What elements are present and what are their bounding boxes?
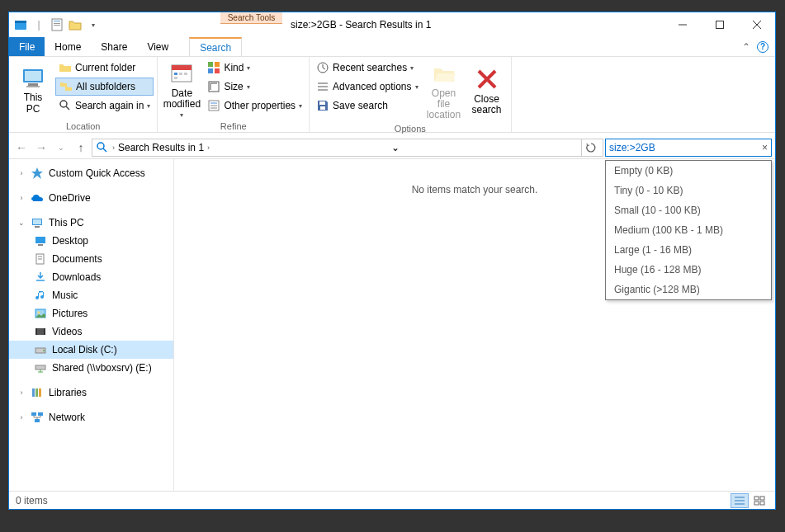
current-folder-button[interactable]: Current folder [55,59,154,77]
tab-share[interactable]: Share [91,37,137,56]
address-dropdown[interactable]: ⌄ [386,139,404,156]
kind-button[interactable]: Kind▾ [204,59,305,77]
maximize-button[interactable] [701,12,738,37]
advanced-options-button[interactable]: Advanced options▾ [313,78,421,96]
recent-locations-button[interactable]: ⌄ [52,139,70,157]
minimize-button[interactable] [664,12,701,37]
search-again-in-button[interactable]: Search again in ▾ [55,97,154,115]
svg-rect-5 [54,25,60,26]
size-option-gigantic[interactable]: Gigantic (>128 MB) [606,280,771,299]
tree-local-disk-c[interactable]: Local Disk (C:) [9,341,173,359]
svg-point-14 [60,101,67,107]
tab-view[interactable]: View [137,37,178,56]
this-pc-button[interactable]: This PC [12,59,54,120]
breadcrumb-segment[interactable]: Search Results in 1 [118,142,204,153]
svg-rect-21 [174,77,177,79]
navigation-pane[interactable]: › Custom Quick Access › OneDrive ⌄ This … [9,159,174,491]
chevron-icon[interactable]: › [112,144,115,152]
music-icon [34,289,47,302]
tree-desktop[interactable]: Desktop [9,232,173,250]
tree-music[interactable]: Music [9,286,173,304]
search-again-icon [59,99,72,112]
size-option-tiny[interactable]: Tiny (0 - 10 KB) [606,181,771,200]
downloads-icon [34,271,47,284]
tree-videos[interactable]: Videos [9,322,173,341]
tree-network[interactable]: › Network [9,408,173,426]
drive-icon [34,343,47,356]
svg-line-15 [66,106,69,110]
search-box[interactable]: × [605,139,772,157]
ribbon-group-location: This PC Current folder All subfolders Se… [9,57,158,132]
expand-icon[interactable]: › [17,169,26,177]
tab-search[interactable]: Search [189,37,242,56]
size-option-empty[interactable]: Empty (0 KB) [606,161,771,181]
folder-icon [59,61,72,74]
size-option-huge[interactable]: Huge (16 - 128 MB) [606,260,771,280]
svg-point-56 [43,350,45,351]
tree-this-pc[interactable]: ⌄ This PC [9,214,173,232]
collapse-icon[interactable]: ⌄ [17,219,26,227]
ribbon-group-options: Recent searches▾ Advanced options▾ Save … [310,57,511,132]
tree-libraries[interactable]: › Libraries [9,384,173,402]
contextual-tab-header: Search Tools [220,12,282,37]
collapse-ribbon-icon[interactable]: ⌃ [742,41,750,53]
forward-button[interactable]: → [32,139,50,157]
tab-home[interactable]: Home [45,37,91,56]
svg-rect-44 [35,237,45,243]
item-count: 0 items [16,495,48,506]
recent-searches-button[interactable]: Recent searches▾ [313,59,421,77]
save-icon [316,99,329,112]
chevron-icon[interactable]: › [207,144,210,152]
details-view-button[interactable] [731,493,749,508]
tab-file[interactable]: File [9,37,45,56]
calendar-icon [168,60,195,87]
size-option-medium[interactable]: Medium (100 KB - 1 MB) [606,220,771,240]
other-properties-button[interactable]: Other properties▾ [204,97,305,115]
svg-rect-35 [319,101,325,105]
date-modified-button[interactable]: Date modified▾ [161,59,202,120]
size-button[interactable]: Size▾ [204,78,305,96]
computer-icon [31,216,44,229]
new-folder-icon[interactable] [67,16,83,33]
tree-pictures[interactable]: Pictures [9,304,173,322]
star-icon [31,167,44,180]
svg-rect-71 [754,501,759,505]
refresh-button[interactable] [581,139,599,156]
desktop-icon [34,234,47,247]
close-button[interactable] [738,12,775,37]
search-input[interactable] [609,142,762,153]
expand-icon[interactable]: › [17,388,26,397]
svg-rect-53 [35,328,37,335]
thumbnails-view-button[interactable] [750,493,768,508]
expand-icon[interactable]: › [17,413,26,421]
svg-rect-22 [208,62,213,67]
size-option-small[interactable]: Small (10 - 100 KB) [606,200,771,220]
svg-rect-72 [760,501,764,505]
all-subfolders-button[interactable]: All subfolders [55,78,154,96]
tree-documents[interactable]: Documents [9,250,173,268]
help-icon[interactable]: ? [757,41,768,53]
titlebar: | ▾ Search Tools size:>2GB - Search Resu… [9,12,775,37]
subfolders-icon [59,80,73,93]
breadcrumb-bar[interactable]: › Search Results in 1 › ⌄ [92,139,603,157]
search-results-icon [96,141,109,154]
back-button[interactable]: ← [12,139,31,157]
tree-shared-drive[interactable]: Shared (\\vboxsrv) (E:) [9,359,173,377]
tree-downloads[interactable]: Downloads [9,268,173,286]
status-bar: 0 items [9,491,775,509]
tree-onedrive[interactable]: › OneDrive [9,189,173,207]
close-search-button[interactable]: Close search [466,59,508,123]
properties-icon[interactable] [49,16,65,33]
svg-rect-23 [215,62,220,67]
svg-point-51 [38,312,40,314]
size-option-large[interactable]: Large (1 - 16 MB) [606,240,771,260]
explorer-body: › Custom Quick Access › OneDrive ⌄ This … [9,159,775,491]
ribbon-tabstrip: File Home Share View Search ⌃ ? [9,37,775,57]
up-button[interactable]: ↑ [72,139,90,157]
clear-search-icon[interactable]: × [762,142,768,153]
qat-dropdown-icon[interactable]: ▾ [85,16,102,33]
ribbon: This PC Current folder All subfolders Se… [9,57,775,133]
tree-quick-access[interactable]: › Custom Quick Access [9,164,173,182]
expand-icon[interactable]: › [17,194,26,202]
save-search-button[interactable]: Save search [313,97,421,115]
